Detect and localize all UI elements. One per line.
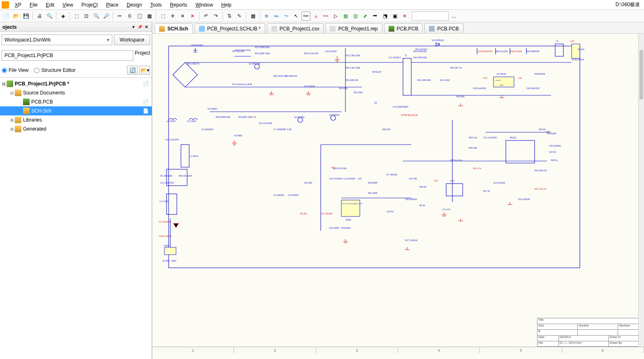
- svg-text:R45 1k: R45 1k: [551, 159, 558, 161]
- tree-project-root[interactable]: ⊟ PCB_Project1.PrjPCB * 📄: [0, 79, 152, 88]
- menu-place[interactable]: Place: [102, 1, 123, 9]
- svg-text:MOS管靠近变压器: MOS管靠近变压器: [401, 114, 418, 116]
- workspace-button[interactable]: Workspace: [114, 35, 150, 45]
- workspace-combo[interactable]: Workspace1.DsnWrk: [2, 35, 112, 45]
- menubar: XP File Edit View ProjeCt Place Design T…: [0, 0, 644, 10]
- panel-menu-icon[interactable]: ▾: [130, 24, 136, 30]
- vertical-scrollbar[interactable]: [638, 34, 644, 347]
- tab-pcb1[interactable]: PCB.PCB: [384, 23, 423, 33]
- zoom-in-icon[interactable]: 🔍: [92, 12, 101, 21]
- tab-sch[interactable]: SCH.Sch: [155, 23, 193, 33]
- tree-item-sch[interactable]: SCH.Sch 📄: [0, 106, 152, 115]
- project-field[interactable]: PCB_Project1.PrjPCB: [2, 50, 133, 61]
- menu-window[interactable]: Window: [191, 1, 217, 9]
- paste-icon[interactable]: 📋: [135, 12, 144, 21]
- cursor-icon[interactable]: ↖: [292, 12, 301, 21]
- copy-icon[interactable]: ⎘: [125, 12, 134, 21]
- panel-pin-icon[interactable]: 📌: [137, 24, 143, 30]
- tab-rep[interactable]: PCB_Project1.rep: [325, 23, 382, 33]
- svg-text:R42 3K: R42 3K: [539, 128, 546, 131]
- svg-text:C1 0.1uF/275V: C1 0.1uF/275V: [160, 182, 174, 184]
- svg-text:R22 4.7k: R22 4.7k: [473, 167, 482, 170]
- panel-close-icon[interactable]: ✕: [144, 24, 149, 30]
- tab-csv[interactable]: PCB_Project1.csv: [267, 23, 324, 33]
- hierarchy-icon[interactable]: ⇅: [225, 12, 234, 21]
- port2-icon[interactable]: ⮕: [371, 12, 380, 21]
- del-icon[interactable]: ✕: [400, 12, 409, 21]
- svg-rect-78: [403, 58, 411, 95]
- tree-libraries[interactable]: ⊞ Libraries: [0, 115, 152, 124]
- tab-schlib[interactable]: PCB_Project1.SCHLIB *: [195, 23, 265, 33]
- noerrc-icon[interactable]: ▣: [390, 12, 399, 21]
- bus-icon[interactable]: ≔: [272, 12, 281, 21]
- schematic-canvas[interactable]: AC 85V～265V CON1 TVR1 14D471 F1 T2A/250V…: [152, 34, 644, 359]
- vcc-icon[interactable]: Vcc: [321, 12, 330, 21]
- zoom-out-icon[interactable]: 🔎: [102, 12, 111, 21]
- preview-icon[interactable]: 🔍: [45, 12, 54, 21]
- svg-text:R35 10K: R35 10K: [382, 128, 391, 131]
- select-icon[interactable]: ⬚: [158, 12, 167, 21]
- structure-view-radio[interactable]: Structure Editor: [34, 67, 75, 73]
- sheet2-icon[interactable]: ▥: [351, 12, 360, 21]
- svg-text:R37 1K: R37 1K: [483, 190, 490, 192]
- toolbar-more[interactable]: …: [449, 13, 458, 19]
- wire-icon[interactable]: ≋: [262, 12, 271, 21]
- zoom-window-icon[interactable]: ⬚: [72, 12, 81, 21]
- undo-icon[interactable]: ↶: [202, 12, 211, 21]
- clear-icon[interactable]: ✕: [188, 12, 197, 21]
- tab-pcb2[interactable]: PCB.PCB: [424, 23, 463, 33]
- deselect-icon[interactable]: ✕: [178, 12, 187, 21]
- menu-design[interactable]: Design: [123, 1, 146, 9]
- svg-text:L3 2.5mH: L3 2.5mH: [187, 120, 196, 122]
- svg-text:D9 RL207: D9 RL207: [372, 71, 382, 73]
- svg-text:C11 222/50V: C11 222/50V: [321, 212, 333, 215]
- redo-icon[interactable]: ↷: [211, 12, 220, 21]
- svg-text:R9 360R /1206: R9 360R /1206: [239, 116, 253, 118]
- svg-text:R24 47R/1206: R24 47R/1206: [413, 56, 426, 59]
- menu-reports[interactable]: Reports: [166, 1, 191, 9]
- tree-item-pcb[interactable]: PCB.PCB 📄: [0, 97, 152, 106]
- zoom-fit-icon[interactable]: ⊡: [82, 12, 91, 21]
- gnd-icon[interactable]: ⏚: [311, 12, 320, 21]
- print-icon[interactable]: 🖨: [35, 12, 44, 21]
- file-view-radio[interactable]: File View: [2, 67, 28, 73]
- doc-icon: 📄: [143, 108, 148, 114]
- mode-combo[interactable]: [412, 12, 449, 21]
- menu-file[interactable]: File: [25, 1, 42, 9]
- menu-edit[interactable]: Edit: [42, 1, 58, 9]
- cross-icon[interactable]: ✎: [235, 12, 244, 21]
- svg-rect-12: [181, 145, 189, 167]
- menu-tools[interactable]: Tools: [146, 1, 166, 9]
- part-icon[interactable]: ▷: [331, 12, 340, 21]
- sheet-icon[interactable]: ▦: [341, 12, 350, 21]
- browse-icon[interactable]: ▦: [248, 12, 257, 21]
- svg-text:R13 1.5M /1206: R13 1.5M /1206: [345, 54, 360, 57]
- save-icon[interactable]: 💾: [21, 12, 30, 21]
- svg-text:U4 78L08: U4 78L08: [497, 73, 506, 75]
- svg-text:R25 50R: R25 50R: [456, 95, 465, 98]
- open-icon[interactable]: 📂: [12, 12, 21, 21]
- port-icon[interactable]: ⬈: [361, 12, 370, 21]
- svg-text:C9 104/50V: C9 104/50V: [288, 194, 299, 196]
- net-icon[interactable]: Net: [301, 12, 310, 21]
- tree-source-docs[interactable]: ⊟ Source Documents: [0, 88, 152, 97]
- menu-project[interactable]: ProjeCt: [77, 1, 102, 9]
- move-icon[interactable]: ✛: [168, 12, 177, 21]
- svg-rect-121: [446, 184, 463, 196]
- menu-view[interactable]: View: [58, 1, 77, 9]
- harness-icon[interactable]: ⬔: [380, 12, 389, 21]
- project-button[interactable]: Project: [135, 50, 150, 61]
- svg-text:C7 104/50V: C7 104/50V: [273, 128, 285, 131]
- new-icon[interactable]: 📄: [2, 12, 11, 21]
- tree-generated[interactable]: ⊞ Generated: [0, 124, 152, 133]
- menu-help[interactable]: Help: [217, 1, 236, 9]
- layers-icon[interactable]: ◈: [58, 12, 67, 21]
- signal-icon[interactable]: ⤳: [282, 12, 291, 21]
- options-icon[interactable]: 📂▾: [139, 66, 150, 75]
- cut-icon[interactable]: ✂: [115, 12, 124, 21]
- rubber-icon[interactable]: ▦: [145, 12, 154, 21]
- refresh-icon[interactable]: 🔄: [127, 66, 138, 75]
- svg-rect-6: [167, 194, 177, 214]
- menu-dxp[interactable]: XP: [11, 1, 25, 9]
- svg-text:BZ2 9.1V/0.5W: BZ2 9.1V/0.5W: [304, 52, 318, 55]
